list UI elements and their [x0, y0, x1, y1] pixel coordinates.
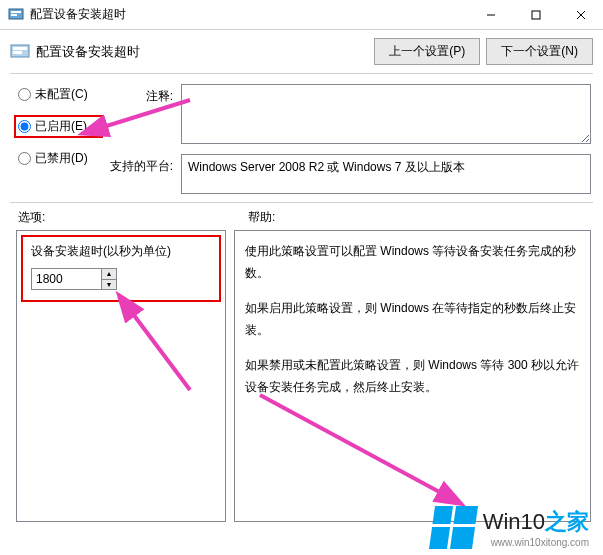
maximize-button[interactable]: [513, 0, 558, 30]
svg-rect-9: [13, 51, 22, 54]
radio-enabled-input[interactable]: [18, 120, 31, 133]
watermark-brand: Win10之家: [483, 507, 589, 537]
timeout-highlight: 设备安装超时(以秒为单位) ▲ ▼: [21, 235, 221, 302]
radio-disabled-input[interactable]: [18, 152, 31, 165]
nav-buttons: 上一个设置(P) 下一个设置(N): [374, 38, 593, 65]
timeout-label: 设备安装超时(以秒为单位): [31, 243, 211, 260]
minimize-button[interactable]: [468, 0, 513, 30]
spin-up-button[interactable]: ▲: [102, 269, 116, 280]
prev-setting-button[interactable]: 上一个设置(P): [374, 38, 480, 65]
titlebar: 配置设备安装超时: [0, 0, 603, 30]
svg-rect-1: [11, 11, 21, 13]
panel-labels: 选项: 帮助:: [0, 203, 603, 230]
radio-enabled[interactable]: 已启用(E): [18, 118, 97, 135]
radio-disabled[interactable]: 已禁用(D): [18, 150, 103, 167]
comment-label: 注释:: [103, 84, 173, 144]
close-button[interactable]: [558, 0, 603, 30]
panels: 设备安装超时(以秒为单位) ▲ ▼ 使用此策略设置可以配置 Windows 等待…: [0, 230, 603, 530]
radio-disabled-label: 已禁用(D): [35, 150, 88, 167]
radio-not-configured-label: 未配置(C): [35, 86, 88, 103]
svg-rect-4: [532, 11, 540, 19]
watermark: Win10之家 www.win10xitong.com: [432, 506, 589, 549]
next-setting-button[interactable]: 下一个设置(N): [486, 38, 593, 65]
radio-not-configured[interactable]: 未配置(C): [18, 86, 103, 103]
help-label: 帮助:: [248, 209, 275, 226]
radio-enabled-label: 已启用(E): [35, 118, 87, 135]
options-panel: 设备安装超时(以秒为单位) ▲ ▼: [16, 230, 226, 522]
window-buttons: [468, 0, 603, 29]
app-icon: [8, 7, 24, 23]
policy-icon: [10, 42, 30, 62]
help-p3: 如果禁用或未配置此策略设置，则 Windows 等待 300 秒以允许设备安装任…: [245, 355, 580, 398]
comment-input[interactable]: [181, 84, 591, 144]
fields: 注释: 支持的平台: Windows Server 2008 R2 或 Wind…: [103, 84, 591, 194]
options-label: 选项:: [18, 209, 248, 226]
help-p2: 如果启用此策略设置，则 Windows 在等待指定的秒数后终止安装。: [245, 298, 580, 341]
header: 配置设备安装超时 上一个设置(P) 下一个设置(N): [0, 30, 603, 73]
page-title: 配置设备安装超时: [36, 43, 368, 61]
platform-text: Windows Server 2008 R2 或 Windows 7 及以上版本: [181, 154, 591, 194]
config-area: 未配置(C) 已启用(E) 已禁用(D) 注释: 支持的平台: Windows …: [0, 74, 603, 202]
watermark-url: www.win10xitong.com: [483, 537, 589, 548]
spinner-buttons: ▲ ▼: [101, 268, 117, 290]
help-p1: 使用此策略设置可以配置 Windows 等待设备安装任务完成的秒数。: [245, 241, 580, 284]
comment-row: 注释:: [103, 84, 591, 144]
state-radios: 未配置(C) 已启用(E) 已禁用(D): [18, 84, 103, 194]
watermark-text: Win10之家 www.win10xitong.com: [483, 507, 589, 548]
help-text: 使用此策略设置可以配置 Windows 等待设备安装任务完成的秒数。 如果启用此…: [245, 241, 580, 399]
enabled-highlight: 已启用(E): [14, 115, 103, 138]
timeout-spinner: ▲ ▼: [31, 268, 211, 290]
window-title: 配置设备安装超时: [30, 6, 468, 23]
platform-label: 支持的平台:: [103, 154, 173, 194]
help-panel: 使用此策略设置可以配置 Windows 等待设备安装任务完成的秒数。 如果启用此…: [234, 230, 591, 522]
svg-rect-2: [11, 14, 17, 16]
radio-not-configured-input[interactable]: [18, 88, 31, 101]
svg-rect-8: [13, 47, 27, 50]
timeout-input[interactable]: [31, 268, 101, 290]
windows-logo-icon: [429, 506, 478, 549]
spin-down-button[interactable]: ▼: [102, 280, 116, 290]
platform-row: 支持的平台: Windows Server 2008 R2 或 Windows …: [103, 154, 591, 194]
